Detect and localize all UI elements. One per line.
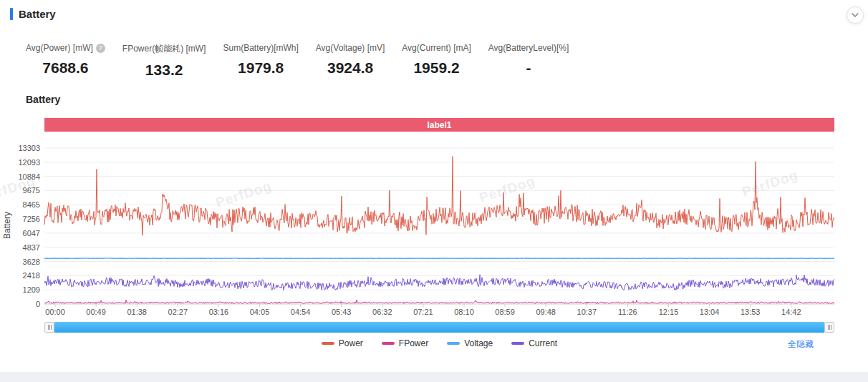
stat-avg-voltage: Avg(Voltage) [mV] 3924.8 [316, 43, 385, 79]
chart-section-title: Battery [26, 94, 60, 105]
collapse-button[interactable] [847, 6, 864, 24]
x-axis-tick-label: 00:49 [86, 308, 106, 316]
y-axis-tick-label: 9675 [0, 186, 40, 195]
legend-marker [382, 342, 395, 345]
series-line-power [44, 157, 834, 236]
hide-all-link[interactable]: 全隐藏 [788, 338, 814, 351]
legend-item-fpower[interactable]: FPower [382, 338, 428, 348]
chart-plot-area[interactable] [44, 142, 834, 308]
stat-label-text: Avg(Power) [mW] [26, 43, 93, 53]
x-axis-tick-label: 00:00 [45, 308, 65, 316]
y-axis-tick-label: 2418 [0, 271, 40, 280]
legend-marker [511, 342, 524, 345]
y-axis-tick-label: 0 [0, 300, 40, 308]
x-axis-tick-label: 04:54 [291, 308, 311, 316]
x-axis-tick-label: 01:38 [127, 308, 147, 316]
x-axis-tick-label: 12:15 [659, 308, 679, 316]
stat-label: Avg(Power) [mW] ? [26, 43, 105, 53]
stat-avg-power: Avg(Power) [mW] ? 7688.6 [26, 43, 105, 79]
legend-item-current[interactable]: Current [511, 338, 557, 348]
legend-label: Current [529, 338, 557, 348]
battery-panel: Battery Avg(Power) [mW] ? 7688.6 FPower(… [0, 0, 868, 382]
y-axis-tick-label: 13303 [0, 144, 40, 152]
help-icon[interactable]: ? [96, 44, 105, 53]
x-axis-tick-label: 07:21 [413, 308, 433, 316]
x-axis-tick-label: 13:53 [741, 308, 761, 316]
series-line-voltage [44, 258, 834, 259]
y-axis-tick-label: 8465 [0, 200, 40, 209]
y-axis-title: Battery [2, 204, 12, 247]
y-axis-tick-label: 10884 [0, 172, 40, 181]
legend-marker [447, 342, 460, 345]
stat-label: FPower(帧能耗) [mW] [122, 43, 206, 55]
stat-value: 3924.8 [327, 59, 373, 77]
stats-row: Avg(Power) [mW] ? 7688.6 FPower(帧能耗) [mW… [26, 43, 569, 79]
x-axis-tick-label: 09:48 [536, 308, 556, 316]
legend-label: FPower [399, 338, 428, 348]
scrollbar-track[interactable] [54, 322, 824, 333]
panel-header: Battery [10, 8, 56, 20]
stat-avg-batterylevel: Avg(BatteryLevel)[%] - [488, 43, 569, 79]
legend-label: Voltage [464, 338, 493, 348]
legend-item-voltage[interactable]: Voltage [447, 338, 493, 348]
y-axis-tick-label: 3628 [0, 258, 40, 266]
y-axis-tick-label: 12093 [0, 158, 40, 167]
stat-fpower: FPower(帧能耗) [mW] 133.2 [122, 43, 206, 79]
x-axis-tick-label: 08:10 [454, 308, 474, 316]
legend-item-power[interactable]: Power [322, 338, 363, 348]
chart-scrollbar[interactable] [44, 322, 834, 333]
stat-value: 1959.2 [413, 59, 459, 77]
stat-value: 1979.8 [238, 59, 284, 77]
stat-label: Sum(Battery)[mWh] [223, 43, 298, 53]
panel-title: Battery [19, 8, 56, 20]
legend-label: Power [339, 338, 363, 348]
stat-avg-current: Avg(Current) [mA] 1959.2 [402, 43, 471, 79]
x-axis-tick-label: 10:37 [577, 308, 597, 316]
x-axis-tick-label: 06:32 [372, 308, 392, 316]
stat-sum-battery: Sum(Battery)[mWh] 1979.8 [223, 43, 298, 79]
scrollbar-left-handle[interactable] [44, 322, 54, 333]
accent-bar [10, 8, 13, 20]
x-axis-tick-label: 11:26 [618, 308, 637, 316]
chevron-down-icon [852, 13, 859, 17]
chart-label-banner: label1 [44, 118, 834, 132]
chart-legend: PowerFPowerVoltageCurrent [44, 338, 834, 348]
x-axis-tick-label: 05:43 [332, 308, 352, 316]
battery-chart: Battery 13303120931088496758465725660474… [0, 142, 868, 318]
x-axis-tick-label: 13:04 [700, 308, 720, 316]
y-axis-tick-label: 4837 [0, 243, 40, 252]
x-axis-tick-label: 14:42 [781, 308, 801, 316]
y-axis-tick-label: 6047 [0, 229, 40, 237]
x-axis-tick-label: 08:59 [495, 308, 515, 316]
stat-label: Avg(BatteryLevel)[%] [488, 43, 569, 53]
stat-value: 7688.6 [42, 59, 88, 77]
stat-value: - [526, 59, 531, 77]
x-axis-tick-label: 04:05 [250, 308, 270, 316]
stat-value: 133.2 [145, 62, 183, 79]
x-axis-tick-label: 02:27 [168, 308, 188, 316]
x-axis-tick-label: 03:16 [209, 308, 229, 316]
y-axis-tick-label: 7256 [0, 215, 40, 223]
panel-bottom-divider [0, 372, 868, 382]
legend-marker [322, 342, 334, 345]
y-axis-tick-label: 1209 [0, 285, 40, 294]
series-line-fpower [44, 300, 834, 303]
stat-label: Avg(Current) [mA] [402, 43, 471, 53]
stat-label: Avg(Voltage) [mV] [316, 43, 385, 53]
scrollbar-right-handle[interactable] [824, 322, 834, 333]
series-line-current [44, 275, 834, 290]
